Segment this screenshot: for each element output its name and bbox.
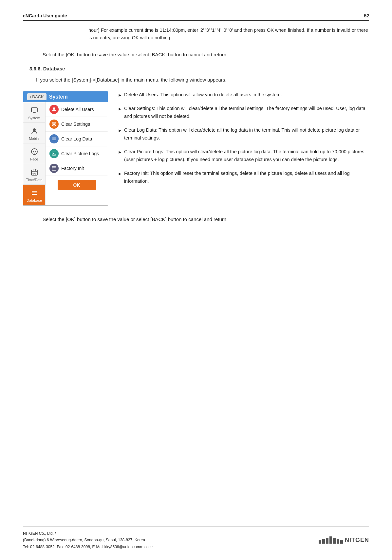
- menu-label-clear-log-data: Clear Log Data: [61, 136, 92, 141]
- clear-settings-icon: [49, 120, 59, 129]
- device-header-title: System: [49, 94, 68, 100]
- device-menu: Delete All Users Clear Settings Clear Lo…: [46, 102, 108, 205]
- header-page: 52: [364, 13, 369, 18]
- header-bar: eNCard-i User guide 52: [23, 13, 369, 21]
- sidebar-label-timedate: Time/Date: [26, 178, 42, 182]
- footer-line1: NITGEN Co., Ltd. /: [23, 530, 153, 537]
- menu-label-clear-settings: Clear Settings: [61, 121, 90, 127]
- svg-point-5: [35, 151, 35, 152]
- footer-logo: NITGEN: [319, 536, 369, 544]
- page-container: eNCard-i User guide 52 hour) For example…: [0, 0, 392, 560]
- desc-text-clear-settings: Clear Settings: This option will clear/d…: [124, 105, 369, 121]
- ok-button-row: OK: [46, 176, 108, 195]
- select-ok-text-2: Select the [OK] button to save the value…: [23, 215, 369, 223]
- desc-text-clear-picture-logs: Clear Picture Logs: This option will cle…: [124, 148, 369, 164]
- delete-users-icon: [49, 105, 59, 114]
- arrow-icon-3: ►: [118, 127, 122, 134]
- menu-item-clear-picture-logs[interactable]: Clear Picture Logs: [46, 146, 108, 161]
- desc-factory-init: ► Factory Init: This option will reset t…: [118, 170, 369, 185]
- database-icon: [29, 188, 39, 198]
- svg-text:CAL: CAL: [32, 173, 36, 175]
- menu-item-clear-log-data[interactable]: Clear Log Data: [46, 132, 108, 146]
- device-panel: ‹ BACK System System: [23, 91, 108, 206]
- menu-item-delete-all-users[interactable]: Delete All Users: [46, 102, 108, 117]
- timedate-icon: CAL: [29, 167, 39, 177]
- svg-rect-22: [52, 166, 56, 170]
- sidebar-label-database: Database: [27, 198, 42, 202]
- menu-item-factory-init[interactable]: Factory Init: [46, 161, 108, 176]
- section-heading: 3.6.6. Database: [23, 66, 369, 71]
- desc-clear-settings: ► Clear Settings: This option will clear…: [118, 105, 369, 121]
- desc-clear-log-data: ► Clear Log Data: This option will clear…: [118, 126, 369, 142]
- sidebar-item-system[interactable]: System: [23, 102, 45, 123]
- footer-line3: Tel: 02-6488-3052, Fax: 02-6488-3098, E-…: [23, 544, 153, 550]
- arrow-icon-1: ►: [118, 92, 122, 99]
- nitgen-logo-text: NITGEN: [345, 537, 369, 544]
- main-content: ‹ BACK System System: [23, 91, 369, 206]
- menu-label-factory-init: Factory Init: [61, 166, 84, 171]
- svg-point-14: [53, 107, 55, 109]
- clear-pictures-icon: [49, 149, 59, 158]
- factory-init-icon: [49, 164, 59, 173]
- svg-point-2: [33, 128, 36, 131]
- logo-bar-3: [326, 538, 328, 544]
- svg-point-3: [31, 149, 37, 155]
- back-button[interactable]: ‹ BACK: [27, 93, 47, 100]
- desc-text-clear-log-data: Clear Log Data: This option will clear/d…: [124, 126, 369, 142]
- descriptions-panel: ► Delete All Users: This option will all…: [118, 91, 369, 206]
- mobile-icon: [29, 126, 39, 136]
- menu-label-delete-all-users: Delete All Users: [61, 107, 94, 112]
- logo-bar-2: [322, 539, 325, 544]
- footer: NITGEN Co., Ltd. / (Bangi-dong) 6 Wiryes…: [23, 527, 369, 550]
- section-intro: If you select the [System]->[Database] i…: [23, 76, 369, 84]
- svg-rect-0: [31, 108, 37, 112]
- header-title: eNCard-i User guide: [23, 13, 67, 18]
- face-icon: [29, 147, 39, 157]
- svg-point-4: [33, 151, 33, 152]
- intro-paragraph: hour) For example current time is 11:14:…: [23, 27, 369, 42]
- nitgen-logo-bars: [319, 536, 343, 544]
- sidebar-item-mobile[interactable]: Mobile: [23, 123, 45, 143]
- menu-label-clear-picture-logs: Clear Picture Logs: [61, 151, 99, 156]
- logo-bar-4: [329, 536, 332, 544]
- desc-text-factory-init: Factory Init: This option will reset the…: [124, 170, 369, 185]
- sidebar-label-face: Face: [30, 157, 38, 161]
- select-ok-text-1: Select the [OK] button to save the value…: [23, 51, 369, 59]
- logo-bar-6: [337, 539, 339, 544]
- arrow-icon-2: ►: [118, 105, 122, 112]
- menu-item-clear-settings[interactable]: Clear Settings: [46, 117, 108, 132]
- device-header: ‹ BACK System: [23, 91, 108, 102]
- sidebar-label-system: System: [28, 116, 40, 120]
- sidebar-label-mobile: Mobile: [29, 137, 39, 140]
- ok-button[interactable]: OK: [58, 180, 96, 190]
- svg-rect-1: [33, 112, 36, 113]
- clear-log-icon: [49, 134, 59, 143]
- logo-bar-7: [340, 540, 343, 544]
- system-icon: [29, 105, 39, 115]
- logo-bar-5: [333, 538, 336, 544]
- arrow-icon-5: ►: [118, 170, 122, 177]
- device-body: System Mobile Face: [23, 102, 108, 205]
- sidebar-item-timedate[interactable]: CAL Time/Date: [23, 164, 45, 185]
- desc-text-delete-all-users: Delete All Users: This option will allow…: [124, 91, 369, 99]
- device-sidebar: System Mobile Face: [23, 102, 46, 205]
- svg-point-16: [53, 123, 55, 125]
- desc-delete-all-users: ► Delete All Users: This option will all…: [118, 91, 369, 99]
- sidebar-item-face[interactable]: Face: [23, 143, 45, 164]
- sidebar-item-database[interactable]: Database: [23, 185, 45, 205]
- desc-clear-picture-logs: ► Clear Picture Logs: This option will c…: [118, 148, 369, 164]
- logo-bar-1: [319, 540, 321, 544]
- back-button-label: BACK: [32, 94, 44, 99]
- footer-line2: (Bangi-dong) 6 Wiryeseong-daero, Songpa-…: [23, 537, 153, 543]
- back-chevron-icon: ‹: [30, 94, 31, 99]
- footer-text: NITGEN Co., Ltd. / (Bangi-dong) 6 Wiryes…: [23, 530, 153, 550]
- arrow-icon-4: ►: [118, 149, 122, 156]
